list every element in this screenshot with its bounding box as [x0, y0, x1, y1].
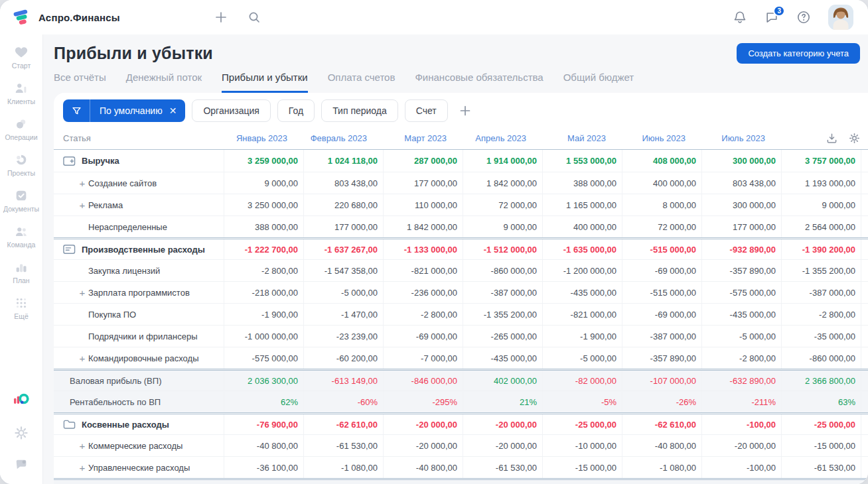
cell-value: -2 800,00 — [224, 260, 303, 281]
cell-value: -1 355 200,00 — [781, 260, 861, 281]
active-filter[interactable]: По умолчанию ✕ — [63, 99, 185, 122]
settings-icon[interactable] — [849, 133, 860, 144]
cell-value: -435 000,00 — [463, 347, 542, 369]
table-row[interactable]: +Командировочные расходы-575 000,00-60 2… — [54, 347, 868, 369]
row-label: Выручка — [82, 156, 119, 166]
avatar[interactable] — [828, 5, 853, 30]
cell-value: -295% — [383, 391, 463, 412]
filter-chip-period-type[interactable]: Тип периода — [321, 99, 398, 122]
cell-value: 8 000,00 — [622, 194, 701, 215]
chat-icon[interactable]: 3 — [764, 10, 779, 25]
filter-chip-organization[interactable]: Организация — [192, 99, 270, 122]
column-header-month[interactable]: Март 2023 — [383, 127, 463, 149]
sidebar-item-documents[interactable]: Документы — [0, 188, 42, 213]
cell-value: 2 036 300,00 — [224, 371, 303, 391]
sidebar: СтартКлиентыОперацииПроектыДокументыКома… — [0, 34, 43, 484]
product-logo-icon[interactable] — [13, 391, 30, 408]
table-row[interactable]: Подрядчики и фрилансеры-1 000 000,00-23 … — [54, 325, 868, 347]
row-label: Рентабельность по ВП — [70, 397, 161, 407]
cell-value: 220 680,00 — [303, 194, 383, 215]
sidebar-item-operations[interactable]: Операции — [0, 117, 42, 141]
sidebar-item-team[interactable]: Команда — [0, 224, 42, 249]
expand-icon[interactable]: + — [76, 440, 88, 452]
add-icon[interactable] — [214, 11, 228, 24]
sidebar-item-plan[interactable]: План — [0, 260, 42, 284]
row-label: Коммерческие расходы — [88, 441, 182, 451]
table-row[interactable]: Косвенные расходы-76 900,00-62 610,00-20… — [54, 412, 868, 434]
expand-icon[interactable]: + — [76, 200, 88, 211]
cell-value: -1 547 358,00 — [303, 260, 383, 281]
create-category-button[interactable]: Создать категорию учета — [737, 43, 860, 64]
cell-value: -61 530,00 — [303, 435, 383, 456]
table-row[interactable]: +Создание сайтов9 000,00803 438,00177 00… — [54, 172, 868, 194]
cell-value: -1 635 000,00 — [542, 239, 622, 259]
tab-budget[interactable]: Общий бюджет — [563, 72, 634, 93]
brand-name: Аспро.Финансы — [38, 12, 120, 23]
tab-all-reports[interactable]: Все отчёты — [54, 72, 106, 93]
cell-value: -632 890,00 — [701, 371, 781, 391]
sidebar-item-projects[interactable]: Проекты — [0, 152, 42, 177]
expand-icon[interactable]: + — [76, 462, 88, 473]
cell-value: -5 000,00 — [542, 347, 622, 369]
add-filter-icon[interactable] — [459, 104, 472, 117]
table-row[interactable]: Нераспределенные388 000,00177 000,001 84… — [54, 215, 868, 237]
column-header-month[interactable]: Июль 2023 — [701, 127, 781, 149]
report-card: По умолчанию ✕ ОрганизацияГодТип периода… — [54, 93, 868, 484]
close-icon[interactable]: ✕ — [168, 105, 186, 116]
app-window: Аспро.Финансы 3 СтартКлиентыОпера — [0, 0, 868, 484]
cell-value: -1 512 000,00 — [463, 239, 542, 259]
expand-icon[interactable]: + — [76, 353, 88, 364]
table-row[interactable]: +Зарплата программистов-218 000,00-5 000… — [54, 281, 868, 303]
bell-icon[interactable] — [733, 10, 747, 25]
cell-value: -435 000,00 — [701, 304, 781, 325]
table-row[interactable]: +Управленческие расходы-36 100,00-1 080,… — [54, 456, 868, 478]
table-row[interactable]: Производственные расходы-1 222 700,00-1 … — [54, 237, 868, 259]
table-row[interactable]: Выручка3 259 000,001 024 118,00287 000,0… — [54, 150, 868, 172]
row-edge — [861, 371, 868, 391]
team-icon — [14, 224, 29, 239]
column-header-month[interactable]: Февраль 2023 — [303, 127, 383, 149]
table-row[interactable]: Рентабельность по ВП62%-60%-295%21%-5%-2… — [54, 391, 868, 412]
sidebar-item-more[interactable]: Ещё — [0, 296, 42, 320]
tab-invoices[interactable]: Оплата счетов — [328, 72, 396, 93]
cell-value: -69 000,00 — [622, 304, 701, 325]
cell-value: -821 000,00 — [383, 260, 463, 281]
expand-icon[interactable]: + — [76, 287, 88, 298]
tab-liabilities[interactable]: Финансовые обязательства — [415, 72, 543, 93]
filter-chip-year[interactable]: Год — [277, 99, 315, 122]
row-label: Закупка лицензий — [88, 266, 160, 276]
cell-value: -357 890,00 — [701, 260, 781, 281]
column-header-month[interactable]: Июнь 2023 — [622, 127, 701, 149]
cell-value: -1 200 000,00 — [542, 260, 622, 281]
table-row[interactable]: Валовая прибыль (ВП)2 036 300,00-613 149… — [54, 369, 868, 391]
gear-icon[interactable] — [14, 426, 29, 440]
search-icon[interactable] — [248, 11, 261, 24]
cell-value: 9 000,00 — [463, 216, 542, 237]
tab-profit-loss[interactable]: Прибыли и убытки — [222, 72, 308, 93]
cell-value: -20 000,00 — [463, 435, 542, 456]
feedback-icon[interactable] — [14, 457, 29, 472]
column-header-month[interactable]: Январь 2023 — [224, 127, 303, 149]
sidebar-item-clients[interactable]: Клиенты — [0, 81, 42, 105]
cell-value: -15 000,00 — [781, 435, 861, 456]
sidebar-item-start[interactable]: Старт — [0, 45, 42, 70]
download-icon[interactable] — [826, 133, 837, 144]
filter-chip-account[interactable]: Счет — [405, 99, 448, 122]
cell-value: 803 438,00 — [701, 172, 781, 194]
cell-value: -76 900,00 — [224, 414, 303, 434]
sidebar-items: СтартКлиентыОперацииПроектыДокументыКома… — [0, 45, 42, 320]
help-icon[interactable] — [796, 10, 811, 25]
tabs: Все отчётыДенежный потокПрибыли и убытки… — [54, 72, 860, 93]
cell-value: 1 024 118,00 — [303, 150, 383, 172]
table-row[interactable]: Покупка ПО-1 900,00-1 470,00-2 800,00-1 … — [54, 303, 868, 325]
tab-cash-flow[interactable]: Денежный поток — [126, 72, 202, 93]
expand-icon[interactable]: + — [76, 178, 88, 189]
column-header-month[interactable]: Май 2023 — [542, 127, 622, 149]
column-header-month[interactable]: Апрель 2023 — [463, 127, 542, 149]
table-row[interactable]: +Реклама3 250 000,00220 680,00110 000,00… — [54, 194, 868, 215]
table-row[interactable]: +Коммерческие расходы-40 800,00-61 530,0… — [54, 434, 868, 456]
table-row[interactable]: Закупка лицензий-2 800,00-1 547 358,00-8… — [54, 259, 868, 281]
cell-value: -20 000,00 — [463, 414, 542, 434]
cell-value: -100,00 — [701, 414, 781, 434]
row-edge — [861, 414, 868, 434]
